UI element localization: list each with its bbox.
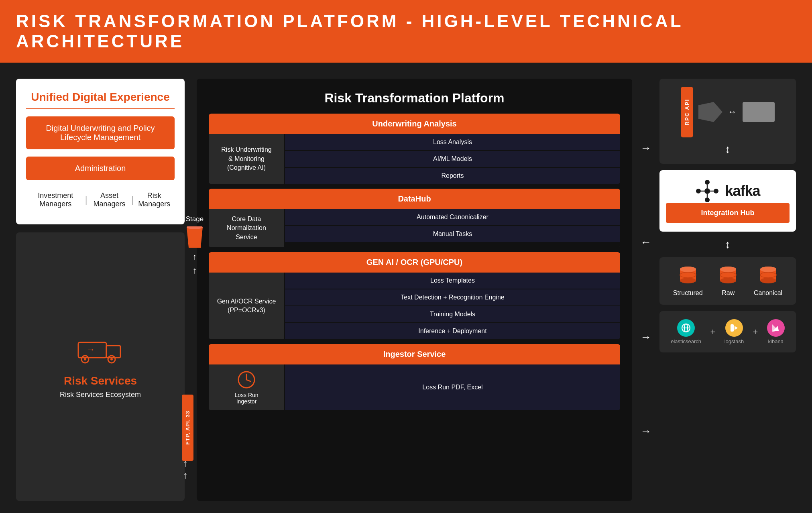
elasticsearch-logo: elasticsearch [671, 319, 701, 344]
datahub-left-text: Core DataNormalizationService [227, 215, 266, 242]
svg-point-33 [760, 267, 776, 272]
text-detection-item: Text Detection + Recognition Engine [285, 289, 620, 305]
canonical-store: Canonical [754, 265, 782, 297]
aiml-models-item: AI/ML Models [285, 151, 620, 167]
truck-icon: → [76, 334, 124, 368]
ingestor-section: Ingestor Service Loss R [209, 344, 620, 410]
kibana-logo: kibana [767, 319, 785, 344]
plus1: + [710, 327, 715, 337]
administration-btn[interactable]: Administration [26, 157, 175, 180]
canonicalizer-item: Automated Canonicalizer [285, 209, 620, 225]
kafka-to-stores-arrow: ↕ [659, 238, 796, 251]
svg-point-32 [760, 278, 776, 283]
svg-point-22 [680, 278, 696, 283]
logstash-icon [725, 319, 743, 337]
svg-point-23 [680, 267, 696, 272]
underwriting-header: Underwriting Analysis [209, 114, 620, 134]
svg-point-14 [696, 189, 701, 193]
ingestor-label: Ingestor Service [383, 350, 446, 358]
digital-underwriting-btn[interactable]: Digital Underwriting and Policy Lifecycl… [26, 116, 175, 149]
stage-up-arrow: ↑ [193, 252, 197, 262]
loss-analysis-item: Loss Analysis [285, 134, 620, 150]
header-title: RISK TRANSFORMATION PLATFORM - HIGH-LEVE… [16, 11, 796, 51]
middle-panel: Risk Transformation Platform Underwritin… [197, 79, 632, 501]
datahub-left: Core DataNormalizationService [209, 209, 285, 247]
canonical-label: Canonical [754, 289, 782, 297]
left-panel: Unified Digital Experience Digital Under… [16, 79, 185, 501]
ftp-arrows: ↑ ↑ [183, 458, 188, 481]
underwriting-left: Risk Underwriting& Monitoring(Cognitive … [209, 134, 285, 184]
training-models-item: Training Models [285, 306, 620, 322]
raw-label: Raw [722, 289, 735, 297]
inference-item: Inference + Deployment [285, 323, 620, 339]
underwriting-left-text: Risk Underwriting& Monitoring(Cognitive … [221, 145, 271, 172]
ingestor-left: Loss RunIngestor [209, 364, 285, 410]
underwriting-section: Underwriting Analysis Risk Underwriting&… [209, 114, 620, 184]
arrow-left-1: ← [640, 236, 651, 249]
content: Unified Digital Experience Digital Under… [0, 63, 812, 513]
middle-right-arrows: → ← → → [640, 79, 651, 501]
middle-right: Stage ↑ ↑ Risk Transformation Platform U… [197, 79, 796, 501]
datahub-header: DataHub [209, 189, 620, 209]
clock-icon: Loss RunIngestor [234, 370, 258, 405]
rpc-arrow-icon: ↔ [728, 107, 737, 117]
rpc-label: RPC API [681, 87, 693, 137]
svg-point-12 [705, 180, 710, 185]
genai-left-text: Gen AI/OCR Service(PP=OCRv3) [217, 297, 276, 315]
svg-point-28 [720, 267, 736, 272]
main-container: RISK TRANSFORMATION PLATFORM - HIGH-LEVE… [0, 0, 812, 513]
arrow-right-3: → [640, 425, 651, 438]
loss-templates-item: Loss Templates [285, 273, 620, 289]
right-panel: RPC API ↔ ↕ [659, 79, 796, 501]
integration-hub-bar: Integration Hub [666, 203, 790, 223]
stage-label: Stage [186, 215, 204, 223]
risk-managers: Risk Managers [134, 191, 175, 208]
reports-item: Reports [285, 168, 620, 184]
svg-point-4 [84, 358, 86, 360]
svg-rect-38 [731, 324, 734, 332]
svg-point-15 [714, 189, 718, 193]
datahub-section: DataHub Core DataNormalizationService Au… [209, 189, 620, 247]
svg-point-6 [110, 358, 113, 360]
svg-point-13 [705, 197, 710, 202]
elasticsearch-label: elasticsearch [671, 338, 701, 344]
arrow-right-2: → [640, 331, 651, 344]
structured-label: Structured [673, 289, 703, 297]
stage-down-arrow: ↑ [193, 265, 197, 276]
kafka-text: kafka [725, 183, 760, 200]
genai-label: GEN AI / OCR (GPU/CPU) [366, 258, 462, 267]
structured-store: Structured [673, 265, 703, 297]
underwriting-right: Loss Analysis AI/ML Models Reports [285, 134, 620, 184]
datahub-right: Automated Canonicalizer Manual Tasks [285, 209, 620, 247]
kibana-icon [767, 319, 785, 337]
unified-title: Unified Digital Experience [26, 91, 175, 109]
plus2: + [753, 327, 758, 337]
risk-services-box: → Risk Services Risk Services Ecosystem … [16, 232, 185, 501]
rpc-rect [743, 102, 775, 122]
stage-area: Stage ↑ ↑ [185, 215, 205, 276]
rpc-row: RPC API ↔ [668, 87, 788, 137]
datahub-label: DataHub [398, 194, 431, 203]
ingestor-body: Loss RunIngestor Loss Run PDF, Excel [209, 364, 620, 410]
datahub-body: Core DataNormalizationService Automated … [209, 209, 620, 247]
elasticsearch-icon [677, 319, 695, 337]
genai-right: Loss Templates Text Detection + Recognit… [285, 273, 620, 339]
genai-left: Gen AI/OCR Service(PP=OCRv3) [209, 273, 285, 339]
risk-services-sub: Risk Services Ecosystem [60, 391, 141, 399]
investment-managers: Investment Managers [26, 191, 85, 208]
svg-line-10 [246, 380, 250, 381]
svg-text:→: → [86, 344, 95, 354]
rtp-sections: Underwriting Analysis Risk Underwriting&… [209, 114, 620, 489]
risk-services-title: Risk Services [64, 375, 137, 387]
genai-header: GEN AI / OCR (GPU/CPU) [209, 252, 620, 273]
svg-point-27 [720, 278, 736, 283]
manual-tasks-item: Manual Tasks [285, 226, 620, 242]
svg-point-11 [704, 188, 710, 194]
arrow-right-1: → [640, 142, 651, 155]
managers-row: Investment Managers | Asset Managers | R… [26, 187, 175, 212]
rpc-box: RPC API ↔ ↕ [659, 79, 796, 164]
loss-run-pdf-item: Loss Run PDF, Excel [285, 364, 620, 410]
underwriting-label: Underwriting Analysis [372, 119, 456, 128]
logstash-logo: logstash [724, 319, 744, 344]
ftp-label: FTP, API, 33 [182, 395, 193, 461]
